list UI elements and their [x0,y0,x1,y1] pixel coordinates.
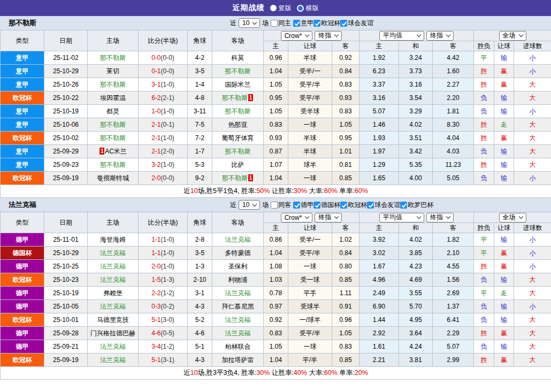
result-outcome: 胜 [474,118,494,132]
summary-segment: 单率: [338,187,355,195]
radio-unselected-icon [297,5,304,12]
chevron-down-icon [518,33,523,37]
score-fulltime: 2-0 [151,174,160,182]
result-group-header: 全场 [474,212,551,223]
result-goals: 小 [514,260,551,273]
odds-home: 0.93 [264,132,288,145]
team-section: 那不勒斯 近 10 场 同主 意甲欧冠杯球会友谊 [0,16,551,198]
average-select[interactable]: 平均值 [379,213,424,222]
corner-score: 9-2 [188,172,212,185]
odds-home: 0.96 [264,51,288,65]
corner-score: 4-2 [188,51,212,65]
home-team: 都灵 [88,105,139,118]
final-odds-select[interactable]: 终指 [315,213,342,222]
league-checkbox[interactable]: 欧冠杯 [313,19,340,28]
match-row: 欧冠杯25-10-22埃因霍温6-2(2-1)4-8那不勒斯10.95受平/半0… [1,91,551,105]
result-goals: 小 [514,172,551,185]
bookmaker-select[interactable]: Crow* [281,213,313,222]
league-filters: 德甲德国杯欧冠杯球会友谊欧罗巴杯 [293,201,433,210]
column-header: 日期 [44,30,88,51]
league-checkbox[interactable]: 德国杯 [313,201,340,210]
same-venue-checkbox[interactable]: 同客 [271,201,291,210]
score-halftime: (2-0) [161,148,174,155]
league-badge: 德甲 [1,233,44,247]
team-name: 那不勒斯 [9,18,36,28]
odds-home: 0.97 [264,300,288,313]
avg-away-odds: 1.37 [433,300,474,313]
match-count-select[interactable]: 10 [239,200,260,210]
odds-handicap: 受半球 [288,105,332,118]
match-count-select[interactable]: 10 [239,18,260,28]
average-select[interactable]: 平均值 [379,31,424,41]
match-date: 25-09-23 [44,158,88,172]
layout-radio-horizontal[interactable]: 横版 [297,4,319,13]
match-row: 欧冠杯25-10-01马德里竞技5-1(3-0)5-2法兰克福0.92一/球半0… [1,313,551,327]
same-venue-checkbox[interactable]: 同主 [271,19,291,28]
sub-column-header: 让球 [288,41,332,51]
team-link: 国际米兰 [225,81,251,88]
summary-segment: 30% [294,187,307,195]
league-checkbox[interactable]: 意甲 [293,19,313,28]
corner-score: 2-8 [188,233,212,247]
fulltime-select[interactable]: 全场 [499,213,526,222]
league-checkbox[interactable]: 欧冠杯 [340,201,367,210]
home-team: 门兴格拉德巴赫 [88,327,139,340]
league-badge: 欧冠杯 [1,313,44,327]
odds-home: 0.86 [264,233,288,247]
team-link: 弗赖堡 [103,289,123,297]
column-header: 比分(半场) [139,212,188,233]
odds-handicap: 一球 [288,172,332,185]
odds-away: 0.85 [332,172,359,185]
team-link: 门兴格拉德巴赫 [90,329,135,337]
filter-row: 法兰克福 近 10 场 同客 德甲德国杯欧冠杯球会友谊欧罗巴杯 [0,198,551,212]
match-score: 3-4(1-2) [139,340,188,353]
match-date: 25-10-02 [44,132,88,145]
bookmaker-select[interactable]: Crow* [281,31,313,41]
final-odds-select-2[interactable]: 终指 [426,31,454,41]
same-venue-label: 同主 [278,19,291,28]
score-halftime: (1-0) [161,161,174,168]
match-date: 25-10-29 [44,65,88,78]
final-odds-select-2[interactable]: 终指 [426,213,454,222]
league-checkbox[interactable]: 球会友谊 [340,19,373,28]
avg-draw-odds: 3.16 [399,78,433,91]
score-halftime: (3-0) [161,316,174,324]
final-odds-select[interactable]: 终指 [315,31,342,41]
score-fulltime: 1-1 [151,249,160,257]
checkbox-checked-icon [340,20,347,27]
home-team: 法兰克福 [88,300,139,313]
team-link: AC米兰 [105,148,127,155]
odds-handicap: 受一球 [288,273,332,287]
league-filters: 意甲欧冠杯球会友谊 [293,19,373,28]
sub-column-header: 客 [332,41,359,51]
summary-segment: 60% [324,187,338,195]
score-halftime: (1-3) [161,276,174,283]
odds-home: 0.83 [264,118,288,132]
result-goals: 大 [514,313,551,327]
avg-draw-odds: 4.95 [399,313,433,327]
score-halftime: (0-5) [161,329,174,337]
odds-away: 1.01 [332,145,359,158]
odds-handicap: 一球 [288,260,332,273]
odds-home: 0.78 [264,287,288,300]
result-handicap: 输 [494,233,514,247]
avg-away-odds: 8.30 [433,118,474,132]
odds-home: 1.05 [264,340,288,353]
title-bar: 近期战绩 竖版 横版 [0,0,551,16]
result-handicap: 赢 [494,260,514,273]
fulltime-select[interactable]: 全场 [499,31,526,41]
odds-home: 1.05 [264,78,288,91]
team-link: 那不勒斯 [100,81,126,88]
away-team: 多特蒙德 [212,247,264,260]
match-score: 2-1(2-0) [139,145,188,158]
league-checkbox[interactable]: 德甲 [293,201,313,210]
score-fulltime: 1-0 [151,107,160,115]
summary-text: 近10场,胜3平3负4, 胜率:30% 让胜率:40% 大率:60% 单率:20… [1,367,551,380]
league-checkbox[interactable]: 球会友谊 [367,201,400,210]
layout-radio-vertical[interactable]: 竖版 [270,4,292,13]
odds-handicap: 半球 [288,132,332,145]
sub-column-header: 胜负 [474,223,494,233]
column-header: 日期 [44,212,88,233]
avg-away-odds: 2.10 [433,247,474,260]
league-checkbox[interactable]: 欧罗巴杯 [400,201,433,210]
